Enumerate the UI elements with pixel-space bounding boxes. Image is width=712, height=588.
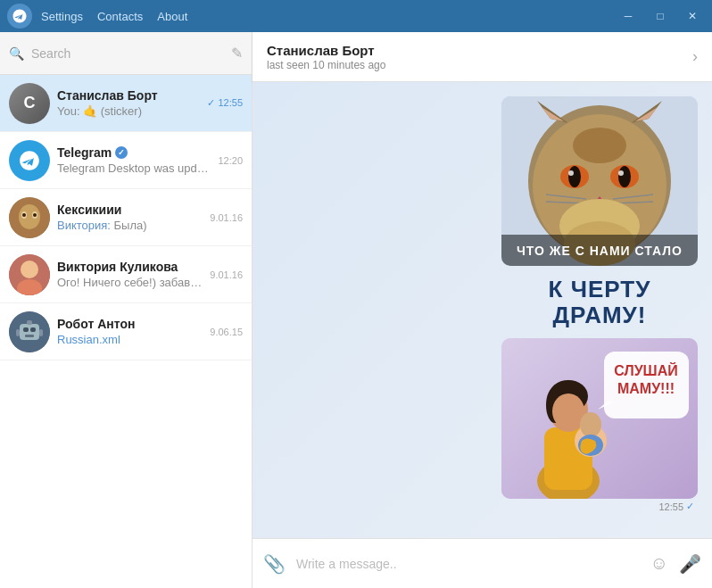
verified-badge-telegram: ✓ — [115, 146, 128, 159]
chat-header-info: Станислав Борт last seen 10 minutes ago — [267, 43, 692, 71]
menu-about[interactable]: About — [157, 10, 187, 23]
minimize-button[interactable]: ─ — [616, 6, 641, 26]
chat-header: Станислав Борт last seen 10 minutes ago … — [253, 32, 712, 82]
svg-rect-12 — [30, 327, 36, 332]
chat-name-keksik: Кексикиии — [57, 203, 203, 217]
svg-point-5 — [33, 213, 37, 217]
svg-text:МАМУ!!!: МАМУ!!! — [617, 381, 675, 396]
message-tick: ✓ — [686, 501, 694, 512]
chat-meta-robot: 9.06.15 — [210, 327, 243, 337]
svg-rect-10 — [20, 324, 39, 340]
chat-header-name: Станислав Борт — [267, 43, 692, 58]
menu-contacts[interactable]: Contacts — [97, 10, 143, 23]
chat-time-keksik: 9.01.16 — [210, 212, 243, 223]
chat-time-stanislav: ✓ 12:55 — [207, 97, 243, 109]
chat-preview-stanislav: You: 🤙 (sticker) — [57, 104, 200, 118]
sidebar: 🔍 ✎ С Станислав Борт You: 🤙 (sticker) — [0, 32, 253, 588]
tick-icon-stanislav: ✓ — [207, 97, 215, 108]
chat-preview-telegram: Telegram Desktop was updated t... — [57, 161, 211, 175]
chat-name-robot: Робот Антон — [57, 317, 203, 331]
chat-meta-viktoriya: 9.01.16 — [210, 269, 243, 280]
chat-item-stanislav[interactable]: С Станислав Борт You: 🤙 (sticker) ✓ 12:5… — [0, 75, 252, 132]
message-cat-sticker: ЧТО ЖЕ С НАМИ СТАЛО К ЧЕРТУ ДРАМУ! — [501, 96, 698, 512]
svg-rect-15 — [16, 329, 20, 336]
svg-point-4 — [22, 213, 26, 217]
sticker-container-cat: ЧТО ЖЕ С НАМИ СТАЛО К ЧЕРТУ ДРАМУ! — [501, 96, 698, 499]
svg-point-29 — [568, 170, 574, 176]
svg-point-7 — [21, 261, 38, 278]
message-time: 12:55 ✓ — [658, 501, 698, 512]
svg-point-24 — [573, 128, 626, 163]
menu-settings[interactable]: Settings — [41, 10, 83, 23]
avatar-viktoriya — [9, 254, 50, 295]
avatar-keksik — [9, 197, 50, 238]
search-icon: 🔍 — [9, 46, 24, 61]
chat-meta-keksik: 9.01.16 — [210, 212, 243, 223]
menu-bar: Settings Contacts About — [41, 10, 616, 23]
avatar-telegram — [9, 140, 50, 181]
chat-list: С Станислав Борт You: 🤙 (sticker) ✓ 12:5… — [0, 75, 252, 588]
chat-name-viktoriya: Виктория Куликова — [57, 260, 203, 274]
chat-time-robot: 9.06.15 — [210, 327, 243, 337]
svg-rect-13 — [25, 335, 34, 337]
chat-header-status: last seen 10 minutes ago — [267, 59, 692, 71]
close-button[interactable]: ✕ — [680, 6, 705, 26]
chat-input-bar: 📎 ☺ 🎤 — [253, 538, 712, 588]
chat-item-robot[interactable]: Робот Антон Russian.xml 9.06.15 — [0, 303, 252, 360]
svg-point-46 — [552, 393, 584, 429]
chat-item-telegram[interactable]: Telegram ✓ Telegram Desktop was updated … — [0, 132, 252, 189]
sticker-mom: СЛУШАЙ МАМУ!!! — [501, 338, 698, 499]
window-controls: ─ □ ✕ — [616, 6, 705, 26]
svg-text:ЧТО ЖЕ С НАМИ СТАЛО: ЧТО ЖЕ С НАМИ СТАЛО — [517, 244, 683, 258]
chat-preview-keksik: Виктория: Была) — [57, 219, 203, 232]
svg-point-28 — [618, 166, 631, 187]
svg-rect-16 — [39, 329, 43, 336]
chat-meta-stanislav: ✓ 12:55 — [207, 97, 243, 109]
messages-area: ЧТО ЖЕ С НАМИ СТАЛО К ЧЕРТУ ДРАМУ! — [253, 82, 712, 538]
svg-rect-11 — [23, 327, 29, 332]
svg-point-30 — [618, 170, 624, 176]
compose-icon[interactable]: ✎ — [231, 46, 243, 61]
sticker-cat: ЧТО ЖЕ С НАМИ СТАЛО — [501, 96, 698, 266]
chat-preview-viktoriya: Ого! Ничего себе!) забавно, да?... — [57, 276, 203, 289]
paperclip-icon[interactable]: 📎 — [263, 553, 286, 575]
chat-item-viktoriya[interactable]: Виктория Куликова Ого! Ничего себе!) заб… — [0, 246, 252, 303]
emoji-icon[interactable]: ☺ — [650, 553, 668, 574]
sticker-text-drama: К ЧЕРТУ ДРАМУ! — [501, 269, 698, 335]
chat-info-robot: Робот Антон Russian.xml — [50, 317, 210, 346]
chat-time-telegram: 12:20 — [218, 155, 243, 166]
avatar-stanislav: С — [9, 83, 50, 124]
chat-time-viktoriya: 9.01.16 — [210, 269, 243, 280]
search-input[interactable] — [31, 46, 224, 61]
chat-meta-telegram: 12:20 — [218, 155, 243, 166]
chat-header-arrow[interactable]: › — [692, 47, 698, 66]
chat-name-telegram: Telegram ✓ — [57, 145, 211, 160]
chat-info-keksik: Кексикиии Виктория: Была) — [50, 203, 210, 232]
chat-info-stanislav: Станислав Борт You: 🤙 (sticker) — [50, 88, 207, 118]
chat-info-viktoriya: Виктория Куликова Ого! Ничего себе!) заб… — [50, 260, 210, 289]
svg-rect-14 — [27, 320, 32, 325]
chat-info-telegram: Telegram ✓ Telegram Desktop was updated … — [50, 145, 218, 175]
main-chat: Станислав Борт last seen 10 minutes ago … — [253, 32, 712, 588]
maximize-button[interactable]: □ — [648, 6, 673, 26]
svg-text:СЛУШАЙ: СЛУШАЙ — [614, 362, 677, 378]
search-bar: 🔍 ✎ — [0, 32, 252, 75]
chat-name-stanislav: Станислав Борт — [57, 88, 200, 103]
app-body: 🔍 ✎ С Станислав Борт You: 🤙 (sticker) — [0, 32, 712, 588]
svg-point-27 — [568, 166, 581, 187]
svg-point-49 — [580, 412, 601, 437]
chat-preview-robot: Russian.xml — [57, 333, 203, 346]
microphone-icon[interactable]: 🎤 — [679, 553, 701, 575]
message-input[interactable] — [296, 557, 640, 571]
chat-item-keksik[interactable]: Кексикиии Виктория: Была) 9.01.16 — [0, 189, 252, 246]
titlebar: Settings Contacts About ─ □ ✕ — [0, 0, 712, 32]
app-logo — [7, 4, 32, 29]
avatar-robot — [9, 311, 50, 352]
